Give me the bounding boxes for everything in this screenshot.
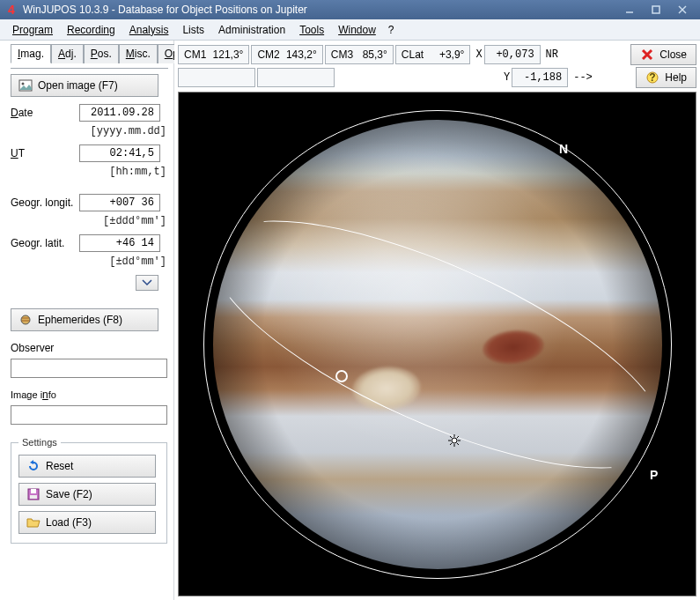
ut-hint: [hh:mm,t] [11, 166, 168, 178]
help-icon: ? [645, 70, 659, 85]
window-title: WinJUPOS 10.3.9 - Database for Object Po… [23, 4, 615, 16]
tab-strip: Imag. Adj. Pos. Misc. Opt. [11, 44, 168, 63]
menu-program[interactable]: Program [5, 22, 60, 38]
save-label: Save (F2) [46, 488, 92, 500]
help-button[interactable]: ? Help [636, 67, 696, 88]
minimize-button[interactable] [617, 3, 642, 17]
tab-adj[interactable]: Adj. [51, 44, 84, 63]
open-image-button[interactable]: Open image (F7) [11, 74, 158, 97]
close-icon [640, 48, 654, 62]
date-hint: [yyyy.mm.dd] [11, 125, 168, 137]
longitude-label: Geogr. longit. [11, 196, 79, 209]
clat-cell: CLat +3,9° [395, 45, 471, 64]
date-label: Date [11, 107, 79, 119]
ut-input[interactable] [79, 144, 160, 162]
save-icon [26, 487, 41, 501]
reset-icon [26, 459, 41, 473]
menu-window[interactable]: Window [331, 22, 383, 38]
load-button[interactable]: Load (F3) [18, 511, 156, 534]
chevron-down-icon [142, 279, 152, 286]
reset-label: Reset [46, 460, 73, 472]
app-logo-icon: 4 [5, 4, 18, 16]
white-oval [350, 364, 422, 412]
arrow-label: --> [570, 69, 594, 86]
menu-analysis[interactable]: Analysis [122, 22, 176, 38]
planet-icon [18, 313, 33, 327]
settings-legend: Settings [18, 437, 61, 448]
observer-input[interactable] [11, 359, 167, 378]
latitude-label: Geogr. latit. [11, 237, 79, 249]
svg-text:?: ? [650, 71, 656, 84]
image-icon [18, 78, 33, 93]
date-input[interactable] [79, 104, 160, 122]
jupiter-disk [213, 120, 662, 569]
x-value: +0,073 [484, 45, 541, 64]
tab-misc[interactable]: Misc. [119, 44, 158, 63]
svg-point-6 [21, 315, 30, 324]
close-window-button[interactable] [670, 3, 695, 17]
blank-cell-1 [178, 68, 255, 87]
x-label: X [472, 46, 483, 63]
ephemerides-button[interactable]: Ephemerides (F8) [11, 308, 158, 331]
menu-tools[interactable]: Tools [292, 22, 331, 38]
tab-imag[interactable]: Imag. [11, 44, 51, 63]
y-label: Y [500, 69, 512, 86]
svg-rect-10 [31, 489, 36, 493]
great-red-spot [481, 328, 546, 367]
title-bar: 4 WinJUPOS 10.3.9 - Database for Object … [0, 0, 700, 19]
blank-cell-2 [257, 68, 335, 87]
menu-bar: Program Recording Analysis Lists Adminis… [0, 19, 700, 41]
tab-pos[interactable]: Pos. [84, 44, 119, 63]
expand-button[interactable] [136, 275, 158, 291]
open-image-label: Open image (F7) [38, 79, 118, 92]
image-viewport[interactable]: N P [178, 92, 696, 596]
maximize-button[interactable] [644, 3, 668, 17]
coord-bar-row2: Y -1,188 --> ? Help [174, 65, 700, 92]
load-label: Load (F3) [46, 516, 92, 529]
close-button[interactable]: Close [630, 44, 696, 65]
coord-bar-row1: CM1 121,3° CM2 143,2° CM3 85,3° CLat +3,… [174, 41, 700, 65]
menu-lists[interactable]: Lists [175, 22, 211, 38]
image-info-input[interactable] [11, 405, 167, 425]
close-label: Close [659, 48, 687, 61]
svg-rect-1 [652, 6, 659, 13]
save-button[interactable]: Save (F2) [18, 483, 156, 506]
folder-open-icon [26, 515, 41, 530]
latitude-input[interactable] [79, 234, 160, 252]
ephemerides-label: Ephemerides (F8) [38, 314, 122, 326]
left-panel: Imag. Adj. Pos. Misc. Opt. Open image (F… [0, 41, 174, 600]
longitude-input[interactable] [79, 194, 160, 211]
svg-rect-11 [30, 495, 37, 499]
y-value: -1,188 [512, 68, 568, 87]
longitude-hint: [±ddd°mm'] [11, 215, 168, 227]
north-marker: N [559, 142, 568, 156]
right-panel: CM1 121,3° CM2 143,2° CM3 85,3° CLat +3,… [174, 41, 700, 600]
latitude-hint: [±dd°mm'] [11, 256, 168, 268]
menu-help[interactable]: ? [383, 22, 400, 38]
nr-label: NR [542, 46, 560, 63]
cm2-cell: CM2 143,2° [251, 45, 322, 64]
help-label: Help [665, 71, 687, 84]
p-marker: P [650, 468, 658, 482]
observer-label: Observer [11, 342, 168, 354]
settings-group: Settings Reset Save (F2) Load (F3) [11, 437, 167, 544]
ut-label: UT [11, 147, 79, 159]
image-info-label: Image info [11, 389, 168, 401]
menu-administration[interactable]: Administration [211, 22, 292, 38]
menu-recording[interactable]: Recording [60, 22, 122, 38]
reset-button[interactable]: Reset [18, 455, 156, 478]
cm3-cell: CM3 85,3° [325, 45, 394, 64]
svg-point-5 [22, 83, 25, 85]
cm1-cell: CM1 121,3° [178, 45, 249, 64]
